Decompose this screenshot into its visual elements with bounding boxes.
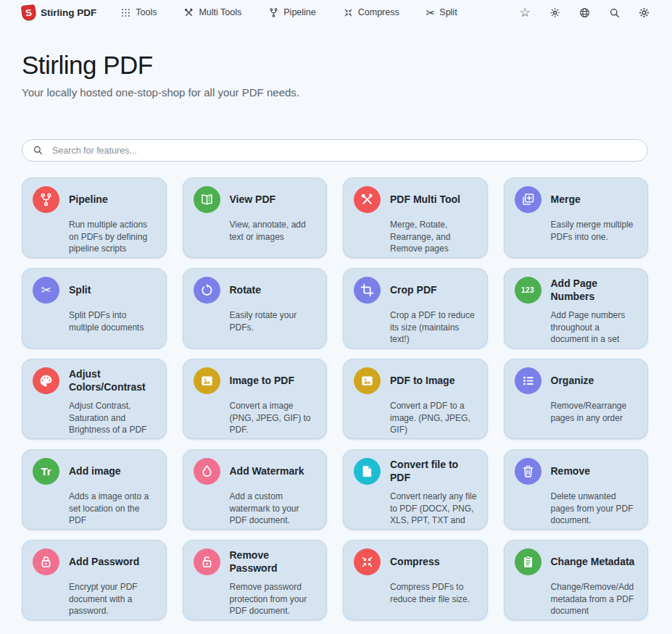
tools-icon bbox=[354, 186, 381, 213]
card-description: Compress PDFs to reduce their file size. bbox=[390, 581, 478, 605]
feature-card-remove[interactable]: Remove Delete unwanted pages from your P… bbox=[504, 449, 649, 530]
tools-icon bbox=[183, 7, 194, 18]
page-title: Stirling PDF bbox=[22, 51, 650, 80]
droplet-icon bbox=[194, 458, 220, 485]
card-description: Add Page numbers throughout a document i… bbox=[551, 309, 639, 349]
feature-card-view-pdf[interactable]: View PDF View, annotate, add text or ima… bbox=[183, 178, 328, 258]
nav-item-compress[interactable]: Compress bbox=[343, 7, 399, 18]
feature-card-add-watermark[interactable]: Add Watermark Add a custom watermark to … bbox=[183, 449, 328, 530]
card-description: Easily merge multiple PDFs into one. bbox=[551, 219, 639, 243]
card-title: View PDF bbox=[230, 193, 276, 207]
language-button[interactable] bbox=[578, 6, 591, 19]
feature-card-pdf-to-image[interactable]: PDF to Image Convert a PDF to a image. (… bbox=[343, 359, 488, 439]
feature-card-image-to-pdf[interactable]: Image to PDF Convert a image (PNG, JPEG,… bbox=[183, 359, 328, 439]
pipeline-icon bbox=[268, 7, 279, 18]
feature-card-organize[interactable]: Organize Remove/Rearrange pages in any o… bbox=[504, 359, 649, 439]
card-title: Add image bbox=[69, 465, 121, 478]
unlock-icon bbox=[194, 549, 220, 575]
card-title: PDF to Image bbox=[390, 375, 455, 388]
card-description: Easily rotate your PDFs. bbox=[230, 309, 318, 333]
lock-icon bbox=[33, 549, 59, 575]
card-title: Change Metadata bbox=[551, 556, 635, 569]
card-description: Add a custom watermark to your PDF docum… bbox=[230, 491, 318, 527]
card-description: Run multiple actions on PDFs by defining… bbox=[69, 219, 157, 255]
card-title: Add Watermark bbox=[230, 465, 304, 478]
book-icon bbox=[194, 186, 220, 213]
card-description: Crop a PDF to reduce its size (maintains… bbox=[390, 309, 478, 346]
card-title: Add Page Numbers bbox=[551, 278, 639, 303]
card-description: Remove password protection from your PDF… bbox=[230, 581, 318, 617]
trash-icon bbox=[515, 458, 542, 485]
search-icon bbox=[32, 144, 43, 156]
text-tr-icon: Tr bbox=[33, 458, 59, 485]
compress-icon bbox=[354, 549, 381, 575]
card-title: PDF Multi Tool bbox=[390, 193, 460, 207]
scissors-icon: ✂ bbox=[426, 7, 436, 18]
feature-card-remove-password[interactable]: Remove Password Remove password protecti… bbox=[183, 540, 328, 620]
feature-card-compress[interactable]: Compress Compress PDFs to reduce their f… bbox=[343, 540, 488, 620]
feature-card-grid: Pipeline Run multiple actions on PDFs by… bbox=[22, 178, 648, 620]
nav-actions: ☆ bbox=[518, 6, 650, 19]
clipboard-icon bbox=[515, 549, 542, 575]
page-subtitle: Your locally hosted one-stop-shop for al… bbox=[22, 86, 650, 99]
card-title: Remove bbox=[551, 465, 590, 478]
card-title: Convert file to PDF bbox=[390, 459, 478, 484]
nav-item-split[interactable]: ✂ Split bbox=[426, 7, 457, 18]
nav-item-label: Pipeline bbox=[283, 7, 315, 17]
feature-search bbox=[22, 139, 648, 162]
feature-card-rotate[interactable]: Rotate Easily rotate your PDFs. bbox=[183, 268, 328, 349]
search-input[interactable] bbox=[22, 139, 648, 162]
nav-item-label: Multi Tools bbox=[199, 7, 241, 17]
card-description: View, annotate, add text or images bbox=[230, 219, 318, 243]
card-description: Encrypt your PDF document with a passwor… bbox=[69, 581, 157, 617]
card-description: Split PDFs into multiple documents bbox=[69, 309, 157, 333]
feature-card-pipeline[interactable]: Pipeline Run multiple actions on PDFs by… bbox=[22, 178, 167, 258]
feature-card-add-page-numbers[interactable]: 123 Add Page Numbers Add Page numbers th… bbox=[504, 268, 649, 349]
search-icon bbox=[608, 7, 621, 19]
sun-icon bbox=[549, 7, 561, 19]
card-description: Convert nearly any file to PDF (DOCX, PN… bbox=[390, 491, 478, 530]
search-button[interactable] bbox=[607, 6, 621, 19]
theme-toggle-button[interactable] bbox=[548, 6, 561, 19]
compress-icon bbox=[343, 7, 354, 18]
feature-card-pdf-multi-tool[interactable]: PDF Multi Tool Merge, Rotate, Rearrange,… bbox=[343, 178, 488, 258]
feature-card-convert-file-to-pdf[interactable]: Convert file to PDF Convert nearly any f… bbox=[343, 449, 488, 530]
scissors-icon: ✂ bbox=[33, 277, 59, 304]
globe-icon bbox=[578, 7, 591, 19]
feature-card-add-image[interactable]: Tr Add image Adds a image onto a set loc… bbox=[22, 449, 167, 530]
card-description: Delete unwanted pages from your PDF docu… bbox=[551, 491, 639, 527]
card-title: Organize bbox=[551, 375, 594, 388]
nav-item-label: Compress bbox=[358, 7, 399, 17]
page-numbers-icon: 123 bbox=[515, 277, 542, 304]
nav-item-tools[interactable]: Tools bbox=[120, 7, 157, 18]
favorites-star-button[interactable]: ☆ bbox=[518, 6, 531, 19]
nav-menu: Tools Multi Tools Pipeline Compress ✂ Sp… bbox=[120, 7, 457, 18]
feature-card-add-password[interactable]: Add Password Encrypt your PDF document w… bbox=[22, 540, 167, 620]
hero: Stirling PDF Your locally hosted one-sto… bbox=[0, 51, 672, 99]
card-description: Convert a image (PNG, JPEG, GIF) to PDF. bbox=[230, 400, 318, 436]
merge-icon bbox=[515, 186, 542, 213]
settings-button[interactable] bbox=[637, 6, 650, 19]
card-title: Remove Password bbox=[230, 549, 318, 575]
card-title: Image to PDF bbox=[230, 375, 294, 388]
feature-card-crop-pdf[interactable]: Crop PDF Crop a PDF to reduce its size (… bbox=[343, 268, 488, 349]
nav-item-multi-tools[interactable]: Multi Tools bbox=[183, 7, 241, 18]
card-title: Compress bbox=[390, 556, 439, 569]
grid-icon bbox=[120, 7, 131, 18]
card-title: Split bbox=[69, 284, 91, 297]
feature-card-change-metadata[interactable]: Change Metadata Change/Remove/Add metada… bbox=[504, 540, 649, 620]
list-icon bbox=[515, 367, 542, 394]
nav-item-pipeline[interactable]: Pipeline bbox=[268, 7, 315, 18]
card-title: Adjust Colors/Contrast bbox=[69, 368, 157, 393]
feature-card-merge[interactable]: Merge Easily merge multiple PDFs into on… bbox=[504, 178, 649, 258]
top-navbar: S Stirling PDF Tools Multi Tools Pipelin… bbox=[0, 0, 672, 25]
image-icon bbox=[354, 367, 381, 394]
pipeline-icon bbox=[33, 186, 59, 213]
feature-card-adjust-colors-contrast[interactable]: Adjust Colors/Contrast Adjust Contrast, … bbox=[22, 359, 167, 439]
feature-card-split[interactable]: ✂ Split Split PDFs into multiple documen… bbox=[22, 268, 167, 349]
crop-icon bbox=[354, 277, 381, 304]
card-title: Merge bbox=[551, 193, 581, 207]
brand-name: Stirling PDF bbox=[41, 7, 96, 18]
nav-item-label: Split bbox=[439, 7, 457, 17]
brand[interactable]: S Stirling PDF bbox=[22, 5, 96, 20]
